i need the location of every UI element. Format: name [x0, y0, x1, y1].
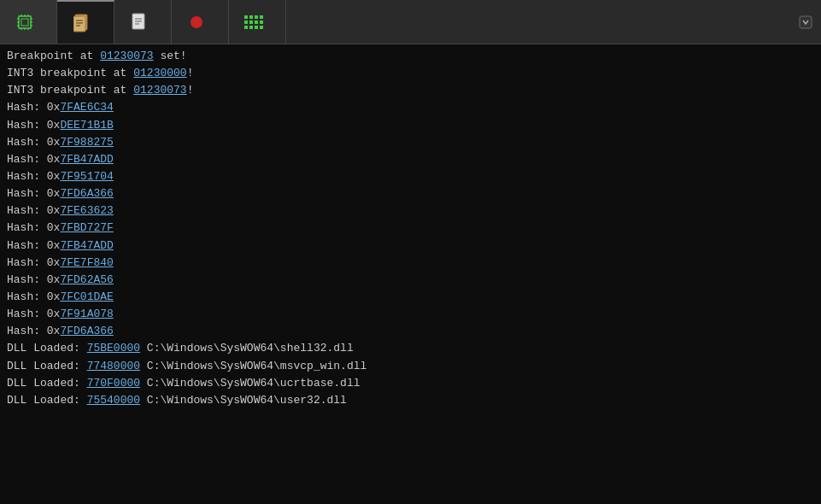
- log-text: Hash: 0x: [7, 187, 60, 200]
- log-line: DLL Loaded: 770F0000 C:\Windows\SysWOW64…: [7, 375, 814, 392]
- log-line: Hash: 0x7F91A078: [7, 306, 814, 323]
- log-address-link[interactable]: 7FB47ADD: [60, 239, 113, 252]
- log-text: Hash: 0x: [7, 256, 60, 269]
- log-address-link[interactable]: 7FB47ADD: [60, 153, 113, 166]
- log-text: !: [187, 67, 194, 79]
- log-text: INT3 breakpoint at: [7, 84, 133, 97]
- log-address-link[interactable]: 7FC01DAE: [60, 290, 113, 303]
- log-text: Breakpoint at: [7, 50, 100, 62]
- log-line: Hash: 0x7FE7F840: [7, 255, 814, 272]
- log-text: Hash: 0x: [7, 119, 60, 132]
- tab-breakpoints[interactable]: [172, 0, 229, 44]
- log-address-link[interactable]: 7F91A078: [60, 308, 113, 320]
- log-address-link[interactable]: 7FE63623: [60, 204, 113, 217]
- log-text: DLL Loaded:: [7, 360, 87, 372]
- log-address-link[interactable]: DEE71B1B: [60, 119, 113, 132]
- log-line: INT3 breakpoint at 01230073!: [7, 82, 814, 99]
- log-line: Hash: 0x7FB47ADD: [7, 237, 814, 255]
- svg-rect-23: [800, 16, 812, 28]
- log-address-link[interactable]: 7FE7F840: [60, 256, 113, 269]
- log-address-link[interactable]: 7FAE6C34: [60, 101, 113, 114]
- log-line: Hash: 0x7FB47ADD: [7, 151, 814, 168]
- log-text: Hash: 0x: [7, 136, 60, 149]
- mm-icon: [244, 13, 263, 32]
- log-address-link[interactable]: 75540000: [87, 394, 140, 407]
- log-line: DLL Loaded: 75540000 C:\Windows\SysWOW64…: [7, 392, 814, 409]
- log-line: Hash: 0x7FD6A366: [7, 323, 814, 340]
- log-line: INT3 breakpoint at 01230000!: [7, 65, 814, 82]
- cpu-icon: [15, 13, 34, 32]
- log-line: Hash: 0x7FD6A366: [7, 185, 814, 202]
- log-text: Hash: 0x: [7, 221, 60, 234]
- log-address-link[interactable]: 7FD62A56: [60, 273, 113, 286]
- log-text: !: [187, 84, 194, 97]
- tab-scroll-arrow[interactable]: [790, 0, 821, 44]
- log-address-link[interactable]: 01230073: [133, 84, 186, 97]
- tab-notes[interactable]: [114, 0, 172, 44]
- log-line: Hash: 0x7FC01DAE: [7, 289, 814, 306]
- tab-cpu[interactable]: [0, 0, 57, 44]
- log-text: Hash: 0x: [7, 204, 60, 217]
- tab-bar: [0, 0, 821, 44]
- log-text: DLL Loaded:: [7, 342, 87, 355]
- log-text: C:\Windows\SysWOW64\user32.dll: [140, 394, 347, 407]
- log-text: Hash: 0x: [7, 325, 60, 337]
- log-address-link[interactable]: 7FD6A366: [60, 187, 113, 200]
- log-address-link[interactable]: 7FD6A366: [60, 325, 113, 337]
- log-line: Hash: 0x7FAE6C34: [7, 99, 814, 116]
- log-icon: [73, 14, 91, 32]
- log-line: Breakpoint at 01230073 set!: [7, 48, 814, 65]
- bp-icon: [187, 13, 206, 32]
- log-text: DLL Loaded:: [7, 394, 87, 407]
- log-line: Hash: 0x7FBD727F: [7, 220, 814, 237]
- log-text: Hash: 0x: [7, 290, 60, 303]
- log-text: Hash: 0x: [7, 170, 60, 183]
- log-address-link[interactable]: 01230073: [100, 50, 153, 62]
- app-container: Breakpoint at 01230073 set!INT3 breakpoi…: [0, 0, 821, 504]
- log-text: Hash: 0x: [7, 101, 60, 114]
- log-line: Hash: 0x7FE63623: [7, 202, 814, 220]
- tab-memory-map[interactable]: [229, 0, 286, 44]
- log-address-link[interactable]: 7FBD727F: [60, 221, 113, 234]
- log-text: Hash: 0x: [7, 153, 60, 166]
- log-text: Hash: 0x: [7, 239, 60, 252]
- log-text: Hash: 0x: [7, 273, 60, 286]
- log-line: Hash: 0x7F988275: [7, 134, 814, 151]
- log-text: C:\Windows\SysWOW64\msvcp_win.dll: [140, 360, 367, 372]
- notes-icon: [130, 13, 149, 32]
- log-address-link[interactable]: 7F988275: [60, 136, 113, 149]
- svg-rect-0: [19, 16, 31, 28]
- log-text: DLL Loaded:: [7, 377, 87, 390]
- svg-rect-15: [73, 16, 85, 32]
- log-line: DLL Loaded: 75BE0000 C:\Windows\SysWOW64…: [7, 340, 814, 357]
- tab-log[interactable]: [57, 0, 114, 44]
- log-address-link[interactable]: 770F0000: [87, 377, 140, 390]
- log-address-link[interactable]: 75BE0000: [87, 342, 140, 355]
- log-text: C:\Windows\SysWOW64\ucrtbase.dll: [140, 377, 360, 390]
- log-content[interactable]: Breakpoint at 01230073 set!INT3 breakpoi…: [0, 44, 821, 504]
- svg-rect-1: [21, 19, 28, 26]
- log-address-link[interactable]: 7F951704: [60, 170, 113, 183]
- log-text: C:\Windows\SysWOW64\shell32.dll: [140, 342, 354, 355]
- log-line: Hash: 0xDEE71B1B: [7, 117, 814, 134]
- log-address-link[interactable]: 01230000: [133, 67, 186, 79]
- log-text: set!: [154, 50, 187, 62]
- log-address-link[interactable]: 77480000: [87, 360, 140, 372]
- log-text: INT3 breakpoint at: [7, 67, 133, 79]
- log-line: Hash: 0x7FD62A56: [7, 272, 814, 289]
- log-text: Hash: 0x: [7, 308, 60, 320]
- log-line: DLL Loaded: 77480000 C:\Windows\SysWOW64…: [7, 358, 814, 375]
- log-line: Hash: 0x7F951704: [7, 168, 814, 185]
